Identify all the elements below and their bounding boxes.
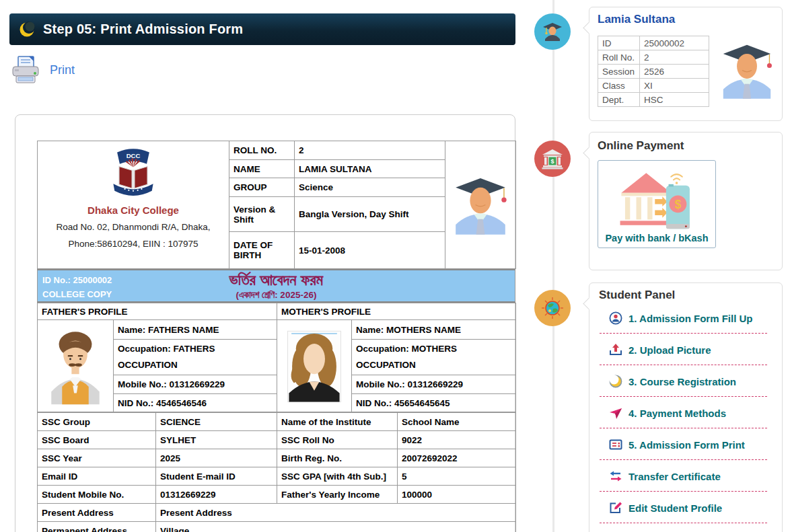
svg-text:DCC: DCC [127, 152, 141, 159]
panel-item-admission-form-fill-up[interactable]: 1. Admission Form Fill Up [609, 311, 782, 325]
person-circle-icon [609, 311, 622, 325]
graduate-avatar [717, 42, 777, 99]
info-value: Science [295, 178, 445, 197]
svg-text:$: $ [550, 158, 554, 165]
ssc-cell: SCIENCE [156, 413, 277, 431]
ssc-cell: Father's Yearly Income [277, 486, 398, 504]
panel-item-label: 5. Admission Form Print [629, 439, 745, 451]
father-details: Name: FATHERS NAME Occupation: FATHERS O… [114, 320, 277, 412]
upload-icon [609, 343, 622, 356]
separator [600, 365, 767, 365]
print-button[interactable]: Print [11, 55, 75, 85]
student-panel-card: Student Panel 1. Admission Form Fill Up … [589, 282, 783, 532]
timeline-line [552, 0, 554, 532]
info-label: Version & Shift [229, 197, 295, 232]
online-payment-card: Online Payment [589, 132, 783, 270]
father-profile-header: FATHER'S PROFILE [38, 303, 277, 320]
form-title-bengali: ভর্তির আবেদন ফরম [118, 270, 434, 289]
ssc-cell: SYLHET [156, 431, 277, 449]
ssc-cell: Name of the Institute [277, 413, 398, 431]
ssc-cell: 100000 [398, 486, 516, 504]
online-payment-title: Online Payment [598, 139, 774, 153]
print-button-label: Print [50, 63, 75, 77]
permanent-address-value: Village [156, 522, 516, 532]
father-occupation: Occupation: FATHERS OCCUPATION [114, 339, 277, 375]
college-info-cell: DCC Dhaka [38, 141, 229, 269]
svg-text:$: $ [675, 198, 682, 211]
student-info-table: DCC Dhaka [37, 141, 516, 269]
father-nid: NID No.: 4546546546 [114, 393, 277, 412]
mother-photo-cell [277, 320, 352, 412]
ssc-cell: Student E-mail ID [156, 467, 277, 486]
mother-nid: NID No.: 45654645645 [352, 393, 515, 412]
separator [600, 428, 767, 428]
college-address: Road No. 02, Dhanmondi R/A, Dhaka, Phone… [42, 219, 225, 252]
moon-icon [18, 21, 36, 38]
ssc-cell: SSC Year [38, 449, 156, 467]
printer-icon [11, 55, 40, 85]
moon-circle-icon [609, 375, 622, 388]
summary-label: Roll No. [598, 50, 640, 65]
panel-item-edit-student-profile[interactable]: Edit Student Profile [609, 501, 782, 515]
info-value: Bangla Version, Day Shift [295, 197, 445, 232]
info-value: 2 [295, 141, 445, 160]
summary-value: 2 [640, 50, 709, 65]
form-card-icon [609, 438, 622, 451]
summary-value: 2526 [640, 65, 709, 79]
separator [600, 459, 767, 460]
ssc-cell: SSC Roll No [277, 431, 398, 449]
bank-to-mobile-icon: $ [616, 167, 698, 231]
ssc-cell: School Name [398, 413, 516, 431]
copy-info: ID No.: 25000002 COLLEGE COPY [42, 273, 112, 301]
graduate-avatar [450, 176, 511, 235]
form-subtitle-bengali: (একাদশ শ্রেণি: 2025-26) [118, 289, 434, 301]
ssc-cell: SSC Board [38, 431, 156, 449]
separator [600, 523, 767, 523]
mother-details: Name: MOTHERS NAME Occupation: MOTHERS O… [352, 320, 516, 412]
separator [600, 333, 767, 334]
admission-form-card: DCC Dhaka [15, 114, 515, 532]
mother-profile-header: MOTHER'S PROFILE [277, 303, 516, 320]
college-name: Dhaka City College [42, 204, 225, 216]
student-summary-card: Lamia Sultana ID 25000002 Roll No. 2 Ses… [589, 7, 783, 121]
present-address-value: Present Address [156, 504, 516, 522]
graduate-step-icon [534, 13, 571, 50]
father-name: Name: FATHERS NAME [114, 320, 277, 339]
info-label: DATE OF BIRTH [229, 232, 295, 269]
student-name: Lamia Sultana [598, 13, 774, 26]
panel-item-course-registration[interactable]: 3. Course Registration [609, 375, 782, 388]
ssc-cell: 20072692022 [398, 449, 516, 467]
ssc-cell: Email ID [38, 467, 156, 486]
summary-value: HSC [640, 93, 709, 107]
ssc-cell: 2025 [156, 449, 277, 467]
student-panel-title: Student Panel [589, 289, 782, 302]
father-photo-cell [38, 320, 114, 412]
ssc-cell: 9022 [398, 431, 516, 449]
summary-label: Class [598, 79, 640, 93]
panel-item-label: 3. Course Registration [629, 376, 736, 387]
panel-item-payment-methods[interactable]: 4. Payment Methods [609, 406, 782, 420]
ssc-cell: Student Mobile No. [38, 486, 156, 504]
permanent-address-label: Permanent Address [38, 522, 156, 532]
pay-with-bank-label: Pay with bank / bKash [605, 233, 708, 243]
mother-mobile: Mobile No.: 01312669229 [352, 375, 515, 393]
step-header: Step 05: Print Admission Form [9, 13, 515, 45]
father-avatar [39, 326, 112, 406]
panel-item-label: Edit Student Profile [629, 502, 722, 514]
panel-item-transfer-certificate[interactable]: Transfer Certificate [609, 469, 782, 483]
dcc-college-logo: DCC [42, 147, 225, 200]
pay-with-bank-button[interactable]: $ Pay with bank / bKash [598, 160, 716, 248]
panel-item-label: 2. Upload Picture [629, 344, 711, 356]
panel-item-admission-form-print[interactable]: 5. Admission Form Print [609, 438, 782, 451]
summary-value: 25000002 [640, 36, 709, 50]
info-value: LAMIA SULTANA [295, 160, 445, 178]
transfer-arrows-icon [609, 469, 622, 483]
ssc-cell: Birth Reg. No. [277, 449, 398, 467]
father-mobile: Mobile No.: 01312669229 [114, 375, 277, 393]
student-photo-cell [445, 141, 516, 269]
mother-name: Name: MOTHERS NAME [352, 320, 515, 339]
separator [600, 396, 767, 397]
edit-icon [609, 501, 622, 515]
summary-value: XI [640, 79, 709, 93]
panel-item-upload-picture[interactable]: 2. Upload Picture [609, 343, 782, 356]
